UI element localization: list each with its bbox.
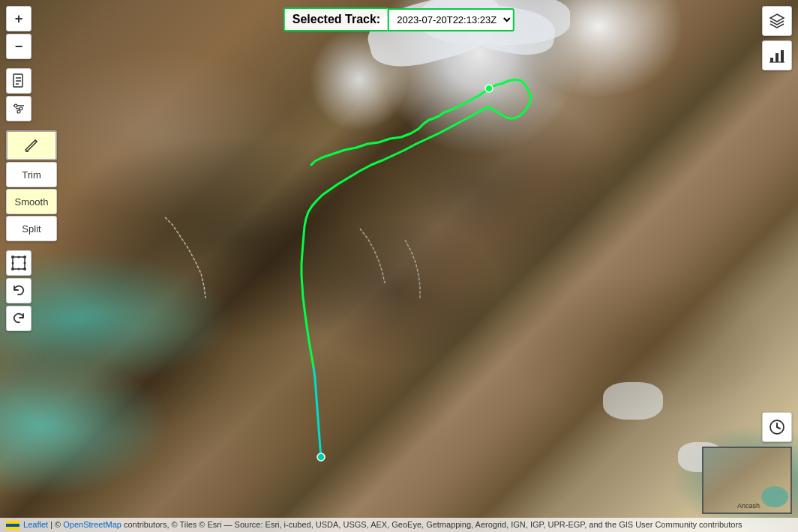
svg-point-14 <box>11 256 14 259</box>
attribution-bar: Leaflet | © OpenStreetMap contributors, … <box>0 518 798 532</box>
svg-point-9 <box>14 104 17 107</box>
layers-icon <box>769 13 785 29</box>
minimap-svg: Ancash <box>704 448 792 514</box>
left-toolbar: + − <box>6 6 57 331</box>
split-button[interactable]: Split <box>6 216 57 241</box>
svg-point-10 <box>20 107 22 110</box>
svg-point-0 <box>485 85 493 92</box>
track-svg <box>0 0 798 532</box>
svg-point-32 <box>761 486 788 507</box>
document-button[interactable] <box>6 68 32 94</box>
leaflet-flag <box>6 521 20 530</box>
minimap: Ancash <box>702 447 792 514</box>
map-container[interactable]: Selected Track: 2023-07-20T22:13:23Z + − <box>0 0 798 532</box>
svg-rect-24 <box>776 53 778 62</box>
svg-rect-25 <box>781 50 784 62</box>
document-icon <box>12 73 26 88</box>
svg-marker-22 <box>770 14 784 22</box>
svg-point-18 <box>18 256 20 259</box>
leaflet-link[interactable]: Leaflet <box>23 520 48 529</box>
smooth-button[interactable]: Smooth <box>6 189 57 214</box>
redo-icon <box>11 311 26 326</box>
svg-point-15 <box>23 256 26 259</box>
right-toolbar <box>762 6 792 70</box>
pencil-icon <box>23 137 40 154</box>
trim-button[interactable]: Trim <box>6 162 57 187</box>
svg-rect-13 <box>13 257 25 269</box>
zoom-in-button[interactable]: + <box>6 6 32 31</box>
svg-point-19 <box>18 268 20 270</box>
svg-point-11 <box>17 110 20 113</box>
track-label: Selected Track: <box>284 7 388 31</box>
chart-button[interactable] <box>762 40 792 70</box>
svg-point-21 <box>24 262 26 265</box>
edit-icon-button[interactable] <box>6 130 57 160</box>
clock-button[interactable] <box>762 412 792 442</box>
clock-icon <box>768 418 786 436</box>
svg-point-17 <box>23 267 26 270</box>
svg-point-16 <box>11 267 14 270</box>
svg-point-1 <box>317 453 325 461</box>
svg-point-20 <box>12 262 14 265</box>
filter-button[interactable] <box>6 96 32 121</box>
undo-button[interactable] <box>6 278 32 303</box>
layers-button[interactable] <box>762 6 792 36</box>
minimap-location: Ancash <box>737 502 760 510</box>
svg-rect-23 <box>770 58 773 62</box>
track-select[interactable]: 2023-07-20T22:13:23Z <box>388 8 514 31</box>
track-header: Selected Track: 2023-07-20T22:13:23Z <box>284 7 514 31</box>
chart-icon <box>769 47 785 64</box>
attribution-text: | © OpenStreetMap contributors, © Tiles … <box>50 520 742 529</box>
filter-icon <box>11 101 26 116</box>
select-tool-button[interactable] <box>6 250 32 276</box>
edit-tool-group: Trim Smooth Split <box>6 130 57 241</box>
svg-line-29 <box>777 427 780 429</box>
undo-icon <box>11 283 26 298</box>
redo-button[interactable] <box>6 306 32 331</box>
select-icon <box>11 256 26 270</box>
zoom-out-button[interactable]: − <box>6 34 32 59</box>
osm-link[interactable]: OpenStreetMap <box>63 520 122 529</box>
